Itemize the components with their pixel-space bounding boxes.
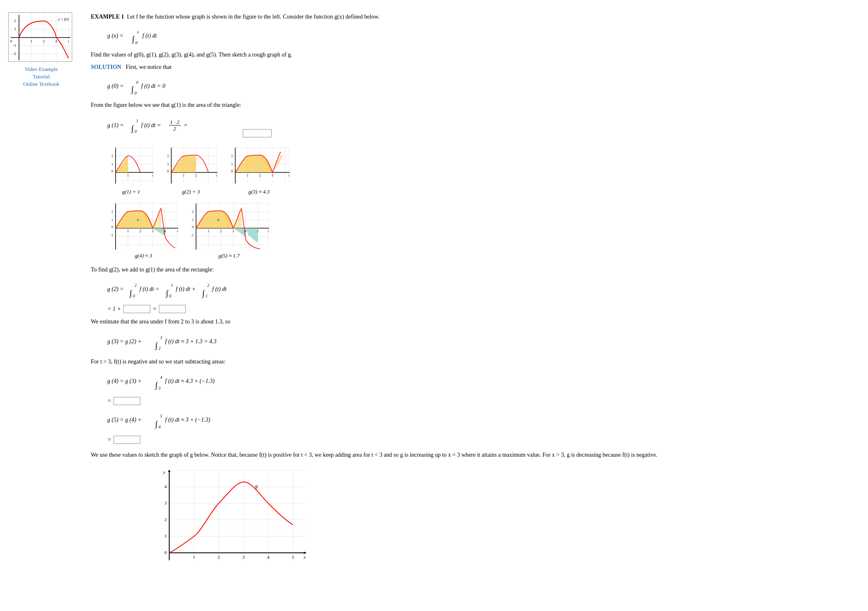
svg-text:1: 1 [31, 39, 33, 43]
svg-marker-189 [304, 552, 306, 554]
online-textbook-link[interactable]: Online Textbook [8, 81, 74, 87]
g4-expr1: g (4) = g (3) + ∫ 3 4 f (t) dt ≈ 4.3 + (… [107, 370, 854, 393]
g1-answer-input[interactable] [243, 129, 272, 137]
svg-text:2: 2 [43, 39, 45, 43]
svg-text:1: 1 [183, 174, 184, 177]
g3-expr: g (3) = g (2) + ∫ 2 3 f (t) dt ≈ 3 + 1.3… [107, 331, 854, 353]
svg-text:2: 2 [192, 210, 194, 214]
svg-text:2: 2 [167, 154, 169, 158]
sidebar: 2 1 -1 -2 1 2 4 t 0 y = f(t) Video Examp… [0, 8, 83, 579]
g3-text: We estimate that the area under f from 2… [91, 317, 854, 326]
svg-text:2: 2 [111, 210, 113, 214]
svg-text:4: 4 [164, 229, 166, 233]
svg-text:4: 4 [158, 425, 161, 429]
g0-expr: g (0) = ∫ 0 0 f (t) dt = 0 [107, 76, 854, 97]
g2-blank2-input[interactable] [159, 305, 186, 313]
svg-text:0: 0 [111, 225, 113, 229]
g4-blank-input[interactable] [114, 397, 140, 405]
svg-text:0: 0 [10, 39, 12, 43]
svg-text:0: 0 [231, 170, 233, 173]
svg-text:0: 0 [169, 294, 171, 298]
svg-text:f (t) dt = 0: f (t) dt = 0 [141, 83, 165, 90]
svg-text:0: 0 [135, 91, 137, 95]
g2-expr2: = 1 + = [107, 305, 854, 313]
svg-text:f (t) dt: f (t) dt [142, 33, 157, 39]
svg-text:2: 2 [259, 174, 261, 177]
svg-text:t: t [68, 39, 69, 43]
svg-text:g (5) = g (4) +: g (5) = g (4) + [107, 417, 142, 423]
svg-text:1: 1 [167, 163, 169, 166]
svg-text:1: 1 [247, 174, 248, 177]
g1-expr: g (1) = ∫ 0 1 f (t) dt = 1 · 2 2 = [107, 114, 854, 137]
svg-text:3: 3 [160, 335, 162, 340]
svg-text:g (x) =: g (x) = [107, 33, 123, 39]
svg-text:1: 1 [136, 118, 138, 123]
final-graph-container: 4 3 2 1 0 y 1 2 3 4 5 x g [153, 466, 854, 567]
svg-text:g (0) =: g (0) = [107, 83, 124, 90]
svg-text:∫: ∫ [154, 380, 158, 390]
svg-text:2: 2 [207, 283, 209, 288]
svg-text:f (t) dt =: f (t) dt = [140, 286, 159, 293]
svg-text:1: 1 [127, 174, 129, 177]
svg-text:t: t [152, 174, 154, 177]
g5-expr2: = [107, 436, 854, 444]
svg-text:t: t [268, 229, 269, 233]
svg-text:2: 2 [140, 229, 141, 233]
svg-text:1 · 2: 1 · 2 [170, 119, 180, 125]
svg-text:1: 1 [111, 163, 113, 166]
svg-text:3: 3 [272, 174, 273, 177]
figure-note: From the figure below we see that g(1) i… [91, 101, 854, 110]
g5-blank-input[interactable] [114, 436, 140, 444]
svg-text:∫: ∫ [165, 288, 169, 298]
svg-text:f (t) dt +: f (t) dt + [176, 286, 196, 293]
example-intro: Let f be the function whose graph is sho… [127, 14, 380, 20]
g4-expr2: = [107, 397, 854, 405]
svg-text:1: 1 [14, 27, 17, 31]
svg-text:∫: ∫ [131, 34, 135, 44]
gx-definition: g (x) = ∫ 0 x f (t) dt [107, 26, 854, 46]
svg-text:-1: -1 [110, 234, 113, 237]
svg-text:t: t [216, 174, 218, 177]
graph-g2: 2 1 0 1 2 t g(2) = 3 [163, 144, 219, 195]
svg-text:∫: ∫ [130, 85, 134, 94]
svg-text:x: x [137, 30, 139, 34]
svg-text:1: 1 [171, 283, 173, 288]
sidebar-function-graph: 2 1 -1 -2 1 2 4 t 0 y = f(t) [8, 12, 72, 62]
graph-g4-caption: g(4) ≈ 3 [135, 252, 152, 259]
tutorial-link[interactable]: Tutorial [8, 73, 74, 80]
sidebar-links: Video Example Tutorial Online Textbook [8, 66, 74, 87]
svg-text:2: 2 [165, 517, 167, 522]
video-example-link[interactable]: Video Example [8, 66, 74, 73]
svg-text:3: 3 [158, 386, 161, 390]
g2-expr: g (2) = ∫ 0 2 f (t) dt = ∫ 0 1 f (t) dt … [107, 278, 854, 301]
svg-text:-1: -1 [191, 234, 194, 237]
svg-text:x: x [303, 554, 306, 559]
svg-text:0: 0 [111, 170, 113, 173]
svg-text:∫: ∫ [129, 288, 132, 298]
final-text: We use these values to sketch the graph … [91, 450, 854, 460]
graph-g1-caption: g(1) = 1 [122, 189, 140, 195]
svg-text:2: 2 [195, 174, 197, 177]
svg-text:y = f(t): y = f(t) [58, 17, 69, 21]
graph-g5: + - 2 1 0 -1 1 2 3 4 t t g(5) [188, 199, 270, 259]
svg-text:1: 1 [165, 533, 167, 538]
svg-text:4: 4 [160, 375, 162, 380]
svg-text:f (t) dt: f (t) dt [212, 286, 227, 293]
svg-text:3: 3 [232, 229, 234, 233]
svg-text:2: 2 [220, 229, 222, 233]
svg-text:+: + [136, 217, 140, 223]
svg-text:=: = [184, 122, 187, 128]
example-header: EXAMPLE 1 Let f be the function whose gr… [91, 12, 854, 21]
svg-text:1: 1 [208, 229, 209, 233]
svg-text:t: t [258, 229, 259, 233]
svg-text:2: 2 [111, 154, 113, 158]
svg-text:0: 0 [133, 294, 135, 298]
graph-g5-caption: g(5) ≈ 1.7 [218, 252, 240, 259]
svg-text:f (t) dt ≈ 3 + (−1.3): f (t) dt ≈ 3 + (−1.3) [165, 417, 210, 423]
g2-blank1-input[interactable] [123, 305, 150, 313]
svg-text:1: 1 [127, 229, 129, 233]
svg-text:0: 0 [165, 550, 167, 555]
svg-text:t: t [289, 174, 290, 177]
g2-eq1-text: = 1 + [107, 306, 121, 312]
svg-text:5: 5 [292, 554, 294, 559]
